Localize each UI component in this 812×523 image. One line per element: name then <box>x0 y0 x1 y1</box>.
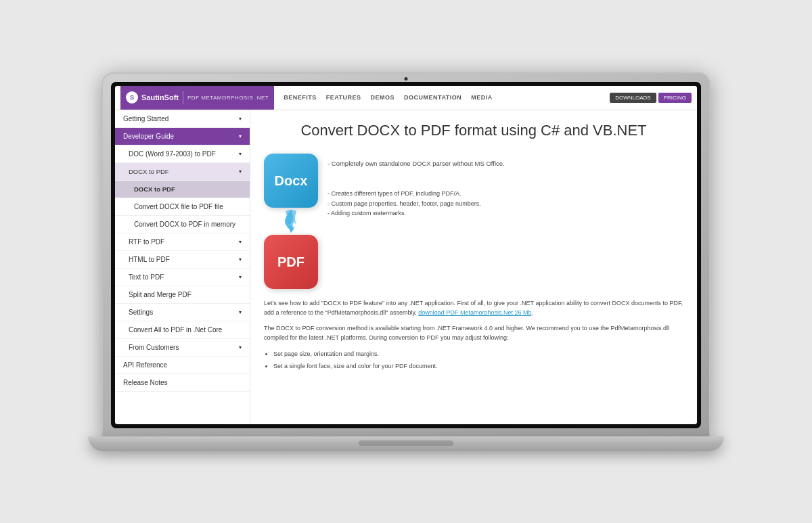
laptop-lid: S SautinSoft PDF METAMORPHOSIS .NET BENE… <box>102 72 710 438</box>
logo-divider <box>183 91 183 104</box>
logo-icon: S <box>126 91 138 104</box>
sidebar-item-developer-guide[interactable]: Developer Guide ▾ <box>115 128 250 145</box>
chevron-icon: ▾ <box>239 133 242 139</box>
chevron-icon: ▾ <box>239 116 242 122</box>
list-item: Set a single font face, size and color f… <box>273 361 683 371</box>
sidebar-item-text-to-pdf[interactable]: Text to PDF ▾ <box>115 269 250 286</box>
sidebar-item-convert-all-net[interactable]: Convert All to PDF in .Net Core <box>115 321 250 339</box>
chevron-icon: ▾ <box>239 239 242 245</box>
content-area: Convert DOCX to PDF format using C# and … <box>250 110 697 424</box>
logo-area: S SautinSoft PDF METAMORPHOSIS .NET <box>120 86 274 110</box>
sidebar-item-doc-to-pdf[interactable]: DOC (Word 97-2003) to PDF ▾ <box>115 145 250 163</box>
logo-text: SautinSoft <box>141 93 179 101</box>
nav-buttons: DOWNLOADS PRICING <box>610 93 692 103</box>
chevron-icon: ▾ <box>239 151 242 157</box>
download-link[interactable]: download PDF Metamorphosis.Net 26 Mb <box>418 309 531 316</box>
sidebar-item-release-notes[interactable]: Release Notes <box>115 374 250 392</box>
docx-info: - Completely own standalone DOCX parser … <box>328 159 505 168</box>
pdf-info: - Creates different types of PDF, includ… <box>328 189 505 218</box>
scene: S SautinSoft PDF METAMORPHOSIS .NET BENE… <box>0 0 812 523</box>
bullet-list: Set page size, orientation and margins. … <box>264 348 683 371</box>
sidebar-item-docx-to-pdf-group[interactable]: DOCX to PDF ▾ <box>115 163 250 181</box>
sidebar-item-convert-docx-memory[interactable]: Convert DOCX to PDF in memory <box>115 216 250 233</box>
diagram-info: - Completely own standalone DOCX parser … <box>328 154 505 218</box>
diagram-visual: Docx <box>264 154 318 289</box>
pdf-box: PDF <box>264 235 318 289</box>
main-content: Getting Started ▾ Developer Guide ▾ DOC … <box>115 110 697 424</box>
docx-box: Docx <box>264 154 318 208</box>
sidebar-item-split-merge[interactable]: Split and Merge PDF <box>115 286 250 304</box>
top-nav: S SautinSoft PDF METAMORPHOSIS .NET BENE… <box>115 86 697 110</box>
nav-features[interactable]: FEATURES <box>326 94 361 101</box>
nav-documentation[interactable]: DOCUMENTATION <box>404 94 461 101</box>
sidebar-item-from-customers[interactable]: From Customers ▾ <box>115 339 250 357</box>
sidebar-item-getting-started[interactable]: Getting Started ▾ <box>115 110 250 128</box>
sidebar-item-convert-docx-file[interactable]: Convert DOCX file to PDF file <box>115 198 250 216</box>
conversion-diagram: Docx <box>264 154 683 289</box>
chevron-icon: ▾ <box>239 344 242 350</box>
sidebar-item-rtf-to-pdf[interactable]: RTF to PDF ▾ <box>115 233 250 251</box>
nav-benefits[interactable]: BENEFITS <box>284 94 317 101</box>
body-paragraph1: Let's see how to add "DOCX to PDF featur… <box>264 298 683 318</box>
sidebar: Getting Started ▾ Developer Guide ▾ DOC … <box>115 110 250 424</box>
product-name: PDF METAMORPHOSIS .NET <box>187 95 269 101</box>
nav-links: BENEFITS FEATURES DEMOS DOCUMENTATION ME… <box>275 94 610 101</box>
page-title: Convert DOCX to PDF format using C# and … <box>264 121 683 141</box>
pricing-button[interactable]: PRICING <box>658 93 692 103</box>
sidebar-item-html-to-pdf[interactable]: HTML to PDF ▾ <box>115 251 250 269</box>
chevron-icon: ▾ <box>239 274 242 280</box>
downloads-button[interactable]: DOWNLOADS <box>610 93 656 103</box>
sidebar-item-docx-to-pdf-page[interactable]: DOCX to PDF <box>115 181 250 198</box>
camera <box>405 77 408 81</box>
nav-demos[interactable]: DEMOS <box>371 94 395 101</box>
chevron-icon: ▾ <box>239 256 242 263</box>
nav-media[interactable]: MEDIA <box>471 94 493 101</box>
sidebar-item-api-reference[interactable]: API Reference <box>115 357 250 374</box>
body-paragraph2: The DOCX to PDF conversion method is ava… <box>264 323 683 343</box>
chevron-icon: ▾ <box>239 168 242 175</box>
sidebar-item-settings[interactable]: Settings ▾ <box>115 304 250 321</box>
list-item: Set page size, orientation and margins. <box>273 348 683 359</box>
screen-bezel: S SautinSoft PDF METAMORPHOSIS .NET BENE… <box>111 82 701 428</box>
laptop-base <box>88 436 724 451</box>
chevron-icon: ▾ <box>239 309 242 315</box>
screen: S SautinSoft PDF METAMORPHOSIS .NET BENE… <box>115 86 697 424</box>
arrow-icon <box>281 208 301 235</box>
